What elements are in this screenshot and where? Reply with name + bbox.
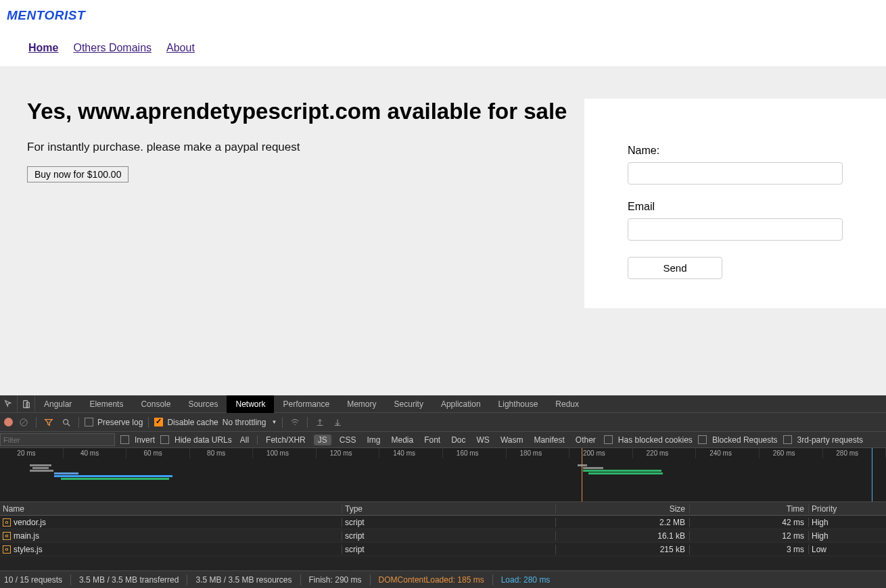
preserve-log-label[interactable]: Preserve log	[97, 418, 143, 427]
filter-js[interactable]: JS	[314, 435, 331, 445]
status-dcl: DOMContentLoaded: 185 ms	[379, 575, 484, 585]
buy-button[interactable]: Buy now for $100.00	[27, 166, 129, 182]
row-size: 215 kB	[556, 545, 690, 554]
row-type: script	[342, 531, 556, 541]
filter-input[interactable]	[0, 433, 115, 446]
row-priority: High	[809, 518, 886, 527]
wifi-icon[interactable]	[288, 418, 302, 427]
send-button[interactable]: Send	[628, 257, 722, 279]
tab-lighthouse[interactable]: Lighthouse	[490, 395, 547, 413]
main-nav: Home Others Domains About	[7, 23, 879, 66]
row-name: styles.js	[14, 545, 43, 554]
name-label: Name:	[628, 145, 859, 157]
filter-css[interactable]: CSS	[337, 435, 359, 445]
email-label: Email	[628, 201, 859, 213]
row-size: 2.2 MB	[556, 518, 690, 527]
timeline-tick: 140 ms	[379, 448, 443, 458]
row-size: 16.1 kB	[556, 531, 690, 541]
nav-home[interactable]: Home	[28, 42, 58, 54]
filter-media[interactable]: Media	[388, 435, 416, 445]
name-input[interactable]	[628, 162, 843, 185]
status-finish: Finish: 290 ms	[309, 575, 362, 585]
svg-line-3	[22, 420, 26, 424]
hide-dataurl-label[interactable]: Hide data URLs	[174, 435, 232, 445]
tab-angular[interactable]: Angular	[35, 395, 80, 413]
col-time[interactable]: Time	[690, 504, 809, 514]
timeline-tick: 120 ms	[317, 448, 380, 458]
col-type[interactable]: Type	[342, 504, 556, 514]
nav-about[interactable]: About	[166, 42, 195, 54]
device-icon[interactable]	[18, 395, 35, 413]
filter-doc[interactable]: Doc	[448, 435, 468, 445]
row-type: script	[342, 545, 556, 554]
throttling-dropdown[interactable]: No throttling	[223, 418, 268, 427]
site-logo: MENTORIST	[7, 8, 879, 23]
network-timeline[interactable]: 20 ms40 ms60 ms80 ms100 ms120 ms140 ms16…	[0, 448, 886, 502]
table-row[interactable]: ovendor.jsscript2.2 MB42 msHigh	[0, 516, 886, 529]
tab-elements[interactable]: Elements	[80, 395, 132, 413]
tab-performance[interactable]: Performance	[274, 395, 338, 413]
timeline-tick: 280 ms	[823, 448, 886, 458]
preserve-log-checkbox[interactable]	[85, 418, 93, 426]
svg-rect-0	[23, 400, 27, 408]
search-icon[interactable]	[60, 418, 73, 427]
col-size[interactable]: Size	[556, 504, 690, 514]
tab-network[interactable]: Network	[227, 395, 274, 413]
devtools-panel: Angular Elements Console Sources Network…	[0, 395, 886, 588]
filter-icon[interactable]	[42, 418, 55, 427]
nav-others[interactable]: Others Domains	[73, 42, 151, 54]
timeline-tick: 260 ms	[760, 448, 823, 458]
js-file-icon: o	[3, 532, 11, 540]
row-time: 42 ms	[690, 518, 809, 527]
record-button[interactable]	[4, 418, 13, 426]
hide-dataurl-checkbox[interactable]	[160, 435, 169, 444]
invert-label[interactable]: Invert	[135, 435, 155, 445]
filter-img[interactable]: Img	[364, 435, 383, 445]
filter-wasm[interactable]: Wasm	[498, 435, 526, 445]
thirdparty-label[interactable]: 3rd-party requests	[797, 435, 863, 445]
blocked-req-label[interactable]: Blocked Requests	[712, 435, 778, 445]
tab-security[interactable]: Security	[386, 395, 432, 413]
chevron-down-icon[interactable]: ▼	[271, 419, 277, 425]
timeline-tick: 60 ms	[126, 448, 190, 458]
filter-manifest[interactable]: Manifest	[531, 435, 567, 445]
table-row[interactable]: omain.jsscript16.1 kB12 msHigh	[0, 529, 886, 543]
js-file-icon: o	[3, 545, 11, 554]
page-subtext: For instantly purchase. please make a pa…	[27, 141, 584, 154]
clear-icon[interactable]	[17, 418, 30, 427]
svg-line-5	[68, 423, 70, 426]
filter-font[interactable]: Font	[421, 435, 443, 445]
email-input[interactable]	[628, 218, 843, 241]
filter-all[interactable]: All	[237, 435, 252, 445]
tab-redux[interactable]: Redux	[546, 395, 588, 413]
filter-ws[interactable]: WS	[474, 435, 492, 445]
inspect-icon[interactable]	[0, 395, 18, 413]
tab-sources[interactable]: Sources	[179, 395, 227, 413]
tab-console[interactable]: Console	[132, 395, 179, 413]
filter-fetch[interactable]: Fetch/XHR	[263, 435, 308, 445]
blocked-req-checkbox[interactable]	[698, 435, 707, 444]
filter-other[interactable]: Other	[573, 435, 599, 445]
upload-icon[interactable]	[313, 418, 327, 427]
disable-cache-label[interactable]: Disable cache	[167, 418, 218, 427]
tab-memory[interactable]: Memory	[338, 395, 385, 413]
timeline-tick: 200 ms	[569, 448, 633, 458]
network-statusbar: 10 / 15 requests 3.5 MB / 3.5 MB transfe…	[0, 570, 886, 588]
row-priority: Low	[809, 545, 886, 554]
col-name[interactable]: Name	[0, 504, 342, 514]
row-time: 12 ms	[690, 531, 809, 541]
tab-application[interactable]: Application	[432, 395, 490, 413]
row-name: main.js	[14, 531, 39, 541]
devtools-tabstrip: Angular Elements Console Sources Network…	[0, 395, 886, 413]
blocked-cookies-label[interactable]: Has blocked cookies	[618, 435, 693, 445]
table-row[interactable]: ostyles.jsscript215 kB3 msLow	[0, 543, 886, 556]
timeline-tick: 80 ms	[190, 448, 254, 458]
disable-cache-checkbox[interactable]	[154, 418, 163, 426]
col-priority[interactable]: Priority	[809, 504, 886, 514]
status-load: Load: 280 ms	[501, 575, 551, 585]
blocked-cookies-checkbox[interactable]	[604, 435, 613, 444]
invert-checkbox[interactable]	[120, 435, 129, 444]
download-icon[interactable]	[331, 418, 344, 427]
status-transferred: 3.5 MB / 3.5 MB transferred	[79, 575, 179, 585]
thirdparty-checkbox[interactable]	[783, 435, 792, 444]
